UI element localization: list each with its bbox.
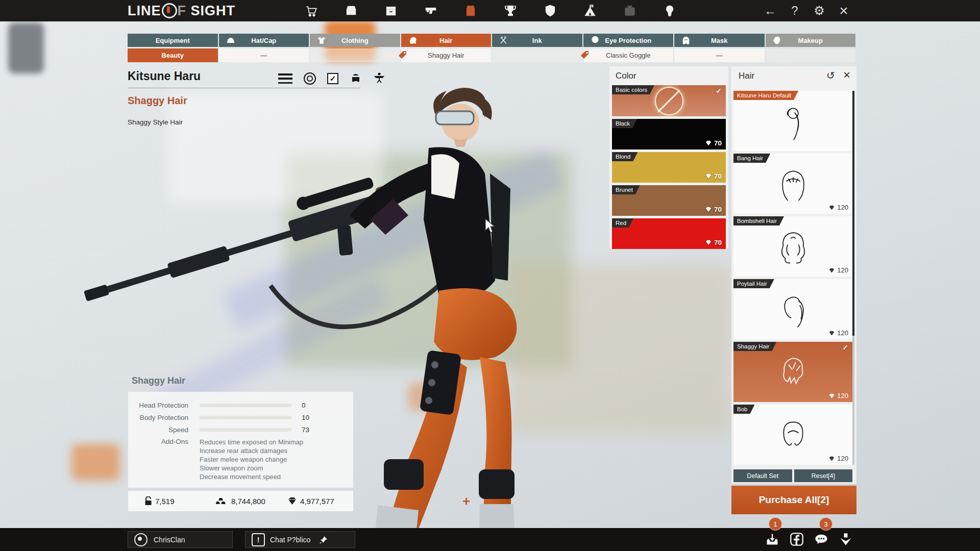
clan-emblem-icon <box>134 533 148 546</box>
color-price: 70 <box>705 172 722 180</box>
tab-clothing[interactable]: Clothing <box>310 34 400 47</box>
stat-row: Speed 73 <box>128 423 353 436</box>
color-option-blond[interactable]: Blond 70 <box>612 152 726 183</box>
bottom-right-icons <box>765 532 853 547</box>
subcategory-row: Beauty — Shaggy Hair Classic Goggle — <box>128 48 855 62</box>
color-swatches: Basic colors ✓ Black 70 Blond 70 Brunet <box>612 85 726 252</box>
color-price: 70 <box>705 239 722 246</box>
tab-mask[interactable]: Mask <box>674 34 765 47</box>
tab-eye-protection[interactable]: Eye Protection <box>583 34 674 47</box>
tab-hair[interactable]: Hair <box>401 34 492 47</box>
hair-sketch <box>776 166 810 207</box>
scrollbar-thumb[interactable] <box>852 91 854 336</box>
tab-ink[interactable]: Ink <box>492 34 582 47</box>
diamond-icon <box>705 207 712 212</box>
show-item-checkbox[interactable]: ✓ <box>327 73 338 84</box>
help-icon[interactable]: ? <box>788 4 802 18</box>
logo-text: SIGHT <box>191 3 236 19</box>
stat-bar <box>200 404 291 407</box>
reset-button[interactable]: Reset[4] <box>794 469 853 482</box>
clan-shield-icon[interactable] <box>543 3 558 18</box>
hair-item-kitsune-haru-default[interactable]: Kitsune Haru Default <box>733 91 852 151</box>
hair-item-list: Kitsune Haru Default Bang Hair 120 Bombs… <box>733 91 852 465</box>
hair-item-poytail-hair[interactable]: Poytail Hair 120 <box>733 279 852 339</box>
subtab-mask-none[interactable]: — <box>674 48 765 62</box>
headgear-toggle-icon[interactable] <box>350 71 362 86</box>
mask-icon <box>681 36 691 45</box>
subtab-eye-selected[interactable]: Classic Goggle <box>583 48 674 62</box>
hair-sketch <box>776 291 810 332</box>
diamond-icon <box>828 393 835 398</box>
selected-check-icon: ✓ <box>716 87 722 95</box>
subtab-hair-selected[interactable]: Shaggy Hair <box>401 48 492 62</box>
tips-bulb-icon[interactable] <box>662 3 677 18</box>
close-panel-icon[interactable]: × <box>843 68 850 82</box>
hair-list-scrollbar <box>852 91 854 465</box>
add-funds-button[interactable]: + <box>462 491 470 511</box>
hair-footer-buttons: Default Set Reset[4] <box>733 469 852 482</box>
svg-text:?: ? <box>350 9 353 14</box>
color-panel: Color Basic colors ✓ Black 70 Blond 70 <box>609 66 728 248</box>
color-option-red[interactable]: Red 70 <box>612 218 726 249</box>
hair-sketch <box>776 103 810 144</box>
goggles-icon <box>591 36 600 45</box>
pose-toggle-icon[interactable] <box>373 71 385 86</box>
subtab-beauty[interactable]: Beauty <box>128 48 218 62</box>
hair-item-price: 120 <box>828 329 848 337</box>
close-icon[interactable]: × <box>837 2 851 19</box>
addons-list: Reduces time exposed on Minimap Increase… <box>200 438 303 481</box>
diamond-icon <box>828 331 835 336</box>
public-chat-button[interactable]: ! Chat P?blico <box>245 531 355 548</box>
pin-icon[interactable] <box>320 536 328 544</box>
hair-item-bombshell-hair[interactable]: Bombshell Hair 120 <box>733 216 852 277</box>
selected-check-icon: ✓ <box>842 343 848 352</box>
stats-panel: Head Protection 0 Body Protection 10 Spe… <box>128 392 353 488</box>
default-set-button[interactable]: Default Set <box>733 469 792 482</box>
helmet-icon <box>226 36 235 45</box>
tab-hat-cap[interactable]: Hat/Cap <box>219 34 309 47</box>
reset-icon[interactable]: ↺ <box>826 69 835 82</box>
subtab-makeup-none[interactable] <box>766 48 856 62</box>
wallet-gold-currency: 8,744,800 <box>216 491 265 511</box>
back-icon[interactable]: ← <box>763 4 777 18</box>
hair-item-price: 120 <box>828 266 848 274</box>
hair-item-shaggy-hair-selected[interactable]: Shaggy Hair ✓ 120 <box>733 342 852 402</box>
collapse-arrow-icon[interactable] <box>838 532 853 547</box>
stats-item-title: Shaggy Hair <box>132 375 185 386</box>
subtab-ink-none[interactable] <box>492 48 582 62</box>
color-option-basic[interactable]: Basic colors ✓ <box>612 85 726 116</box>
stat-bar <box>200 428 291 432</box>
focus-target-icon[interactable] <box>304 72 316 85</box>
diamond-icon <box>828 456 835 461</box>
subtab-clothing-none[interactable] <box>310 48 400 62</box>
settings-gear-icon[interactable]: ⚙ <box>812 4 826 18</box>
camp-icon[interactable] <box>582 3 598 18</box>
messages-icon[interactable] <box>814 532 829 547</box>
stat-row: Body Protection 10 <box>128 411 353 423</box>
subtab-hatcap-none[interactable]: — <box>219 48 309 62</box>
downloads-tray-icon[interactable] <box>765 532 780 547</box>
hair-item-bob[interactable]: Bob 120 <box>733 405 852 465</box>
weapons-icon[interactable] <box>423 3 438 18</box>
tab-equipment[interactable]: Equipment <box>128 34 218 47</box>
outfits-icon[interactable] <box>463 3 478 18</box>
color-price: 70 <box>705 139 722 147</box>
clan-chat-button[interactable]: ChrisClan <box>128 531 233 548</box>
diamond-icon <box>828 205 835 210</box>
tab-makeup[interactable]: Makeup <box>766 34 856 47</box>
diamond-icon <box>828 268 835 273</box>
storage-icon[interactable] <box>383 3 399 18</box>
menu-icon[interactable] <box>278 73 292 84</box>
cart-icon[interactable] <box>304 3 319 18</box>
purchase-all-button[interactable]: Purchase All[2] <box>731 486 856 514</box>
tv-icon[interactable] <box>622 3 638 18</box>
color-option-black[interactable]: Black 70 <box>612 119 726 149</box>
achievements-icon[interactable] <box>503 3 518 18</box>
shirt-icon <box>317 36 326 45</box>
chat-alert-icon: ! <box>252 533 265 546</box>
facebook-icon[interactable] <box>789 532 804 547</box>
color-option-brunet[interactable]: Brunet 70 <box>612 185 726 216</box>
character-name: Kitsune Haru <box>128 69 201 83</box>
crate-icon[interactable]: ? <box>344 3 359 18</box>
hair-item-bang-hair[interactable]: Bang Hair 120 <box>733 154 852 214</box>
